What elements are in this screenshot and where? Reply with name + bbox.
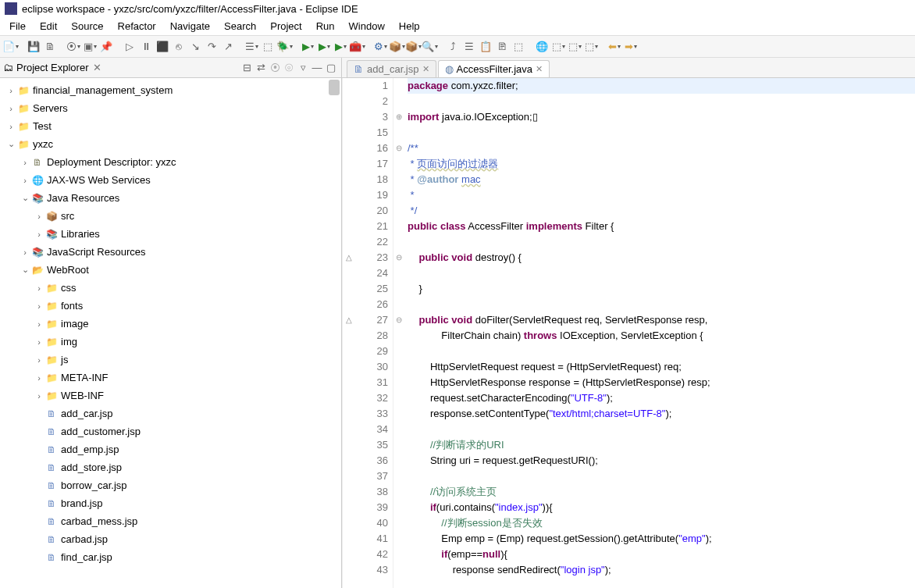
menu-window[interactable]: Window (343, 17, 391, 35)
save-button[interactable]: 💾 (27, 40, 41, 54)
suspend-button[interactable]: ⏸ (139, 40, 153, 54)
expand-toggle[interactable]: ⌄ (19, 193, 31, 203)
link-editor-button[interactable]: ⇄ (254, 61, 268, 75)
tree-item[interactable]: ›📁Test (0, 117, 341, 135)
code-editor[interactable]: △△ 1231516171819202122232425262728293031… (342, 78, 915, 588)
tree-item[interactable]: ⌄📂WebRoot (0, 261, 341, 279)
perspective-button[interactable]: ⬚ (568, 40, 582, 54)
tree-item[interactable]: ⌄📁yxzc (0, 135, 341, 153)
editor-tab[interactable]: 🗎add_car.jsp✕ (347, 60, 436, 77)
tree-item[interactable]: ›🗎Deployment Descriptor: yxzc (0, 153, 341, 171)
external-tools-button[interactable]: 🧰 (350, 40, 364, 54)
expand-toggle[interactable]: › (33, 337, 45, 347)
step-return-button[interactable]: ↗ (221, 40, 235, 54)
tree-item[interactable]: 🗎find_car.jsp (0, 548, 341, 566)
new-button[interactable]: 📄 (3, 40, 17, 54)
step-over-button[interactable]: ↷ (205, 40, 219, 54)
open-task-button[interactable]: ⤴ (446, 40, 460, 54)
new-server-button[interactable]: ⚙ (373, 40, 387, 54)
view-button[interactable]: ⬚ (584, 40, 598, 54)
new-class-button[interactable]: 📦 (406, 40, 420, 54)
maximize-button[interactable]: ▢ (324, 61, 338, 75)
code-content[interactable]: package com.yxzc.filter; import java.io.… (404, 78, 915, 588)
expand-toggle[interactable]: › (5, 86, 17, 95)
menu-project[interactable]: Project (264, 17, 308, 35)
terminate-button[interactable]: ⬛ (155, 40, 169, 54)
expand-toggle[interactable]: › (19, 158, 31, 167)
menu-file[interactable]: File (3, 17, 32, 35)
menu-run[interactable]: Run (310, 17, 341, 35)
menu-refactor[interactable]: Refactor (112, 17, 162, 35)
task-list-button[interactable]: ☰ (462, 40, 476, 54)
expand-toggle[interactable]: › (5, 122, 17, 131)
tree-item[interactable]: 🗎add_store.jsp (0, 458, 341, 476)
expand-toggle[interactable]: › (33, 373, 45, 383)
run-last-button[interactable]: ▶ (333, 40, 347, 54)
expand-toggle[interactable]: ⌄ (5, 139, 17, 149)
coverage-button[interactable]: ▶ (317, 40, 331, 54)
new-java-button[interactable]: 📦 (390, 40, 404, 54)
tree-item[interactable]: 🗎add_customer.jsp (0, 422, 341, 440)
tree-item[interactable]: 🗎carbad.jsp (0, 530, 341, 548)
tree-item[interactable]: ›📁image (0, 315, 341, 333)
tree-item[interactable]: ›📁financial_management_system (0, 81, 341, 99)
tree-item[interactable]: ›📚Libraries (0, 225, 341, 243)
editor-tab[interactable]: ◍AccessFilter.java✕ (438, 60, 550, 77)
menu-navigate[interactable]: Navigate (164, 17, 216, 35)
resume-button[interactable]: ▷ (123, 40, 137, 54)
tree-item[interactable]: 🗎brand.jsp (0, 494, 341, 512)
expand-toggle[interactable]: ⌄ (19, 265, 31, 275)
outline-button[interactable]: ⬚ (511, 40, 525, 54)
filter-button[interactable]: ⦿ (268, 61, 282, 75)
toggle-button[interactable]: ⬚ (261, 40, 275, 54)
minimize-button[interactable]: — (310, 61, 324, 75)
new-task-button[interactable]: 📋 (479, 40, 493, 54)
link-button[interactable]: 🖹 (495, 40, 509, 54)
web-browser-button[interactable]: 🌐 (535, 40, 549, 54)
expand-toggle[interactable]: › (33, 230, 45, 239)
close-icon[interactable]: ✕ (536, 64, 543, 74)
run-button[interactable]: ▶ (301, 40, 315, 54)
expand-toggle[interactable]: › (33, 319, 45, 329)
close-icon[interactable]: ✕ (93, 62, 101, 73)
tree-item[interactable]: ›📦src (0, 207, 341, 225)
collapse-all-button[interactable]: ⊟ (240, 61, 254, 75)
pin-button[interactable]: 📌 (99, 40, 113, 54)
forward-button[interactable]: ➡ (624, 40, 638, 54)
tree-item[interactable]: ›📁WEB-INF (0, 387, 341, 404)
focus-button[interactable]: ⦾ (282, 61, 296, 75)
tree-item[interactable]: ⌄📚Java Resources (0, 189, 341, 207)
skip-all-button[interactable]: ▣ (83, 40, 97, 54)
tree-item[interactable]: 🗎add_emp.jsp (0, 440, 341, 458)
menu-source[interactable]: Source (65, 17, 109, 35)
tree-item[interactable]: 🗎carbad_mess.jsp (0, 512, 341, 530)
tree-item[interactable]: 🗎add_car.jsp (0, 404, 341, 422)
save-all-button[interactable]: 🗎 (43, 40, 57, 54)
expand-toggle[interactable]: › (33, 212, 45, 221)
tree-item[interactable]: ›📁fonts (0, 297, 341, 315)
tree-item[interactable]: ›🌐JAX-WS Web Services (0, 171, 341, 189)
close-icon[interactable]: ✕ (422, 64, 429, 74)
expand-toggle[interactable]: › (19, 176, 31, 185)
expand-toggle[interactable]: › (33, 391, 45, 401)
tree-item[interactable]: 🗎borrow_car.jsp (0, 476, 341, 494)
build-button[interactable]: ☰ (244, 40, 258, 54)
menu-edit[interactable]: Edit (34, 17, 63, 35)
breakpoint-button[interactable]: ⦿ (66, 40, 80, 54)
menu-help[interactable]: Help (393, 17, 426, 35)
tree-item[interactable]: ›📁Servers (0, 99, 341, 117)
disconnect-button[interactable]: ⎋ (172, 40, 186, 54)
back-button[interactable]: ⬅ (607, 40, 621, 54)
tree-item[interactable]: ›📁META-INF (0, 369, 341, 387)
debug-button[interactable]: 🪲 (277, 40, 291, 54)
step-into-button[interactable]: ↘ (188, 40, 202, 54)
view-menu-button[interactable]: ▿ (296, 61, 310, 75)
expand-toggle[interactable]: › (19, 248, 31, 257)
tree-item[interactable]: ›📁js (0, 351, 341, 369)
project-tree[interactable]: ›📁financial_management_system›📁Servers›📁… (0, 78, 341, 588)
expand-toggle[interactable]: › (5, 104, 17, 113)
deploy-button[interactable]: ⬚ (551, 40, 565, 54)
fold-gutter[interactable]: ⊕⊖⊖⊖ (393, 78, 404, 588)
expand-toggle[interactable]: › (33, 355, 45, 365)
tree-item[interactable]: ›📁css (0, 279, 341, 297)
